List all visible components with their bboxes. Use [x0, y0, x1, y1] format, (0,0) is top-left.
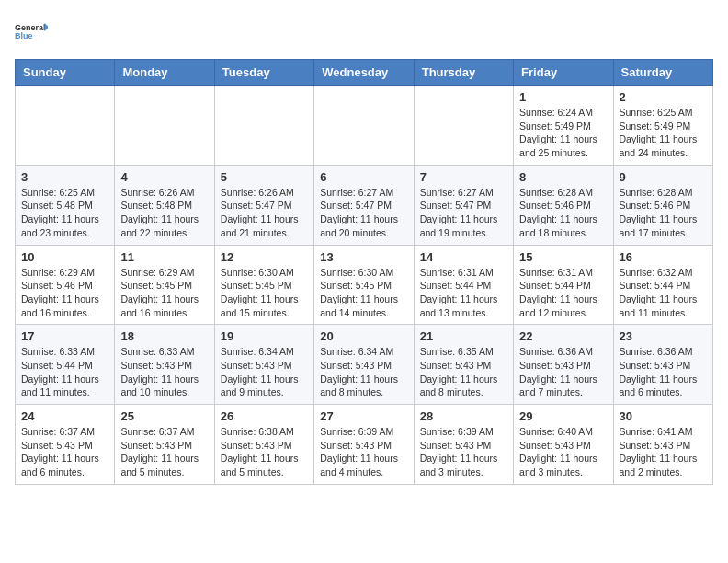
day-number: 29 [519, 409, 607, 423]
day-info: Sunrise: 6:40 AM Sunset: 5:43 PM Dayligh… [519, 425, 607, 479]
calendar-cell [314, 86, 414, 166]
day-number: 1 [519, 90, 607, 104]
day-number: 23 [620, 329, 707, 343]
calendar-cell: 13Sunrise: 6:30 AM Sunset: 5:45 PM Dayli… [314, 245, 414, 325]
calendar-body: 1Sunrise: 6:24 AM Sunset: 5:49 PM Daylig… [16, 86, 713, 485]
calendar-header-friday: Friday [514, 60, 613, 86]
day-info: Sunrise: 6:36 AM Sunset: 5:43 PM Dayligh… [620, 345, 707, 399]
day-number: 3 [21, 170, 108, 184]
calendar-cell: 10Sunrise: 6:29 AM Sunset: 5:46 PM Dayli… [16, 245, 115, 325]
calendar-cell: 15Sunrise: 6:31 AM Sunset: 5:44 PM Dayli… [514, 245, 613, 325]
day-number: 2 [620, 90, 707, 104]
day-info: Sunrise: 6:26 AM Sunset: 5:47 PM Dayligh… [221, 186, 308, 240]
calendar-cell: 3Sunrise: 6:25 AM Sunset: 5:48 PM Daylig… [16, 165, 115, 245]
day-info: Sunrise: 6:37 AM Sunset: 5:43 PM Dayligh… [21, 425, 108, 479]
day-number: 7 [420, 170, 507, 184]
day-info: Sunrise: 6:38 AM Sunset: 5:43 PM Dayligh… [221, 425, 308, 479]
day-number: 5 [221, 170, 308, 184]
day-number: 19 [221, 329, 308, 343]
calendar-header-tuesday: Tuesday [214, 60, 313, 86]
calendar-cell: 20Sunrise: 6:34 AM Sunset: 5:43 PM Dayli… [314, 325, 414, 405]
day-number: 25 [120, 409, 208, 423]
calendar-cell [115, 86, 214, 166]
logo-svg: General Blue [15, 15, 48, 48]
day-info: Sunrise: 6:35 AM Sunset: 5:43 PM Dayligh… [420, 345, 507, 399]
calendar-cell: 6Sunrise: 6:27 AM Sunset: 5:47 PM Daylig… [314, 165, 414, 245]
calendar-header-saturday: Saturday [613, 60, 712, 86]
calendar-cell: 26Sunrise: 6:38 AM Sunset: 5:43 PM Dayli… [214, 405, 313, 485]
day-info: Sunrise: 6:28 AM Sunset: 5:46 PM Dayligh… [519, 186, 607, 240]
calendar-cell [16, 86, 115, 166]
day-number: 14 [420, 250, 507, 264]
day-number: 10 [21, 250, 108, 264]
day-info: Sunrise: 6:30 AM Sunset: 5:45 PM Dayligh… [320, 266, 407, 320]
calendar-cell: 14Sunrise: 6:31 AM Sunset: 5:44 PM Dayli… [414, 245, 513, 325]
day-info: Sunrise: 6:31 AM Sunset: 5:44 PM Dayligh… [420, 266, 507, 320]
calendar-header-row: SundayMondayTuesdayWednesdayThursdayFrid… [16, 60, 713, 86]
day-number: 21 [420, 329, 507, 343]
day-number: 26 [221, 409, 308, 423]
calendar-week-3: 10Sunrise: 6:29 AM Sunset: 5:46 PM Dayli… [16, 245, 713, 325]
day-info: Sunrise: 6:29 AM Sunset: 5:46 PM Dayligh… [21, 266, 108, 320]
day-info: Sunrise: 6:39 AM Sunset: 5:43 PM Dayligh… [420, 425, 507, 479]
calendar-cell: 18Sunrise: 6:33 AM Sunset: 5:43 PM Dayli… [115, 325, 214, 405]
day-number: 4 [120, 170, 208, 184]
day-info: Sunrise: 6:33 AM Sunset: 5:44 PM Dayligh… [21, 345, 108, 399]
day-number: 20 [320, 329, 407, 343]
calendar-cell: 1Sunrise: 6:24 AM Sunset: 5:49 PM Daylig… [514, 86, 613, 166]
calendar-cell: 28Sunrise: 6:39 AM Sunset: 5:43 PM Dayli… [414, 405, 513, 485]
svg-text:General: General [15, 23, 46, 32]
calendar-header-monday: Monday [115, 60, 214, 86]
calendar-cell: 21Sunrise: 6:35 AM Sunset: 5:43 PM Dayli… [414, 325, 513, 405]
day-info: Sunrise: 6:27 AM Sunset: 5:47 PM Dayligh… [420, 186, 507, 240]
day-number: 30 [620, 409, 707, 423]
calendar-week-5: 24Sunrise: 6:37 AM Sunset: 5:43 PM Dayli… [16, 405, 713, 485]
svg-text:Blue: Blue [15, 31, 33, 40]
day-number: 15 [519, 250, 607, 264]
day-number: 27 [320, 409, 407, 423]
day-number: 18 [120, 329, 208, 343]
calendar-cell: 22Sunrise: 6:36 AM Sunset: 5:43 PM Dayli… [514, 325, 613, 405]
calendar-cell: 11Sunrise: 6:29 AM Sunset: 5:45 PM Dayli… [115, 245, 214, 325]
calendar-table: SundayMondayTuesdayWednesdayThursdayFrid… [15, 59, 713, 485]
day-info: Sunrise: 6:32 AM Sunset: 5:44 PM Dayligh… [620, 266, 707, 320]
calendar-cell: 9Sunrise: 6:28 AM Sunset: 5:46 PM Daylig… [613, 165, 712, 245]
calendar-week-2: 3Sunrise: 6:25 AM Sunset: 5:48 PM Daylig… [16, 165, 713, 245]
day-number: 8 [519, 170, 607, 184]
day-number: 24 [21, 409, 108, 423]
day-number: 12 [221, 250, 308, 264]
calendar-cell: 25Sunrise: 6:37 AM Sunset: 5:43 PM Dayli… [115, 405, 214, 485]
day-info: Sunrise: 6:31 AM Sunset: 5:44 PM Dayligh… [519, 266, 607, 320]
day-info: Sunrise: 6:27 AM Sunset: 5:47 PM Dayligh… [320, 186, 407, 240]
calendar-cell: 12Sunrise: 6:30 AM Sunset: 5:45 PM Dayli… [214, 245, 313, 325]
day-info: Sunrise: 6:29 AM Sunset: 5:45 PM Dayligh… [120, 266, 208, 320]
day-number: 9 [620, 170, 707, 184]
day-info: Sunrise: 6:28 AM Sunset: 5:46 PM Dayligh… [620, 186, 707, 240]
day-info: Sunrise: 6:34 AM Sunset: 5:43 PM Dayligh… [221, 345, 308, 399]
day-number: 17 [21, 329, 108, 343]
day-info: Sunrise: 6:26 AM Sunset: 5:48 PM Dayligh… [120, 186, 208, 240]
day-info: Sunrise: 6:30 AM Sunset: 5:45 PM Dayligh… [221, 266, 308, 320]
calendar-cell: 19Sunrise: 6:34 AM Sunset: 5:43 PM Dayli… [214, 325, 313, 405]
calendar-cell: 7Sunrise: 6:27 AM Sunset: 5:47 PM Daylig… [414, 165, 513, 245]
day-info: Sunrise: 6:39 AM Sunset: 5:43 PM Dayligh… [320, 425, 407, 479]
calendar-cell [414, 86, 513, 166]
calendar-cell [214, 86, 313, 166]
calendar-cell: 4Sunrise: 6:26 AM Sunset: 5:48 PM Daylig… [115, 165, 214, 245]
calendar-cell: 29Sunrise: 6:40 AM Sunset: 5:43 PM Dayli… [514, 405, 613, 485]
calendar-header-wednesday: Wednesday [314, 60, 414, 86]
day-info: Sunrise: 6:37 AM Sunset: 5:43 PM Dayligh… [120, 425, 208, 479]
calendar-cell: 16Sunrise: 6:32 AM Sunset: 5:44 PM Dayli… [613, 245, 712, 325]
logo: General Blue [15, 15, 48, 48]
calendar-cell: 5Sunrise: 6:26 AM Sunset: 5:47 PM Daylig… [214, 165, 313, 245]
day-number: 22 [519, 329, 607, 343]
calendar-week-4: 17Sunrise: 6:33 AM Sunset: 5:44 PM Dayli… [16, 325, 713, 405]
calendar-week-1: 1Sunrise: 6:24 AM Sunset: 5:49 PM Daylig… [16, 86, 713, 166]
svg-marker-2 [44, 23, 48, 31]
calendar-cell: 27Sunrise: 6:39 AM Sunset: 5:43 PM Dayli… [314, 405, 414, 485]
calendar-cell: 24Sunrise: 6:37 AM Sunset: 5:43 PM Dayli… [16, 405, 115, 485]
day-info: Sunrise: 6:25 AM Sunset: 5:48 PM Dayligh… [21, 186, 108, 240]
calendar-cell: 2Sunrise: 6:25 AM Sunset: 5:49 PM Daylig… [613, 86, 712, 166]
calendar-cell: 8Sunrise: 6:28 AM Sunset: 5:46 PM Daylig… [514, 165, 613, 245]
day-number: 11 [120, 250, 208, 264]
